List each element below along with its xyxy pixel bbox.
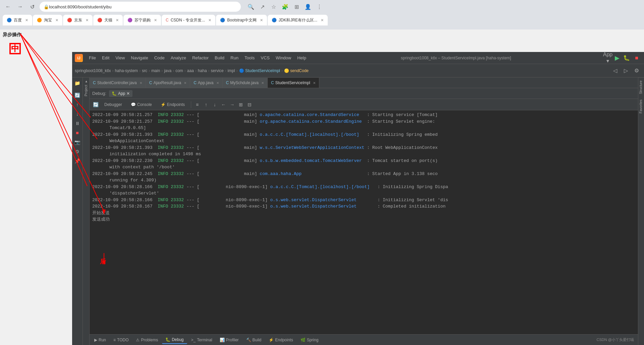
favorites-label[interactable]: Favorites [638,97,644,116]
menu-view[interactable]: View [113,54,127,62]
breadcrumb-module[interactable]: haha-system [115,68,138,73]
tab-ajax-result[interactable]: C AjaxResult.java ✕ [146,78,190,88]
menu-window[interactable]: Window [273,54,294,62]
menu-help[interactable]: Help [294,54,309,62]
breadcrumb-project[interactable]: springboot1008_ktlx [75,68,111,73]
menu-refactor[interactable]: Refactor [190,54,211,62]
breadcrumb-haha[interactable]: haha [198,68,207,73]
bottom-tab-run[interactable]: ▶ Run [91,336,109,344]
tab-bootstrap[interactable]: 🔵Bootstrap中文网✕ [216,15,267,25]
breadcrumb-com[interactable]: com [175,68,183,73]
back-button[interactable]: ← [3,2,13,11]
bottom-tab-problems[interactable]: ⚠ Problems [132,336,161,344]
run-green-button[interactable]: ▶ [613,54,621,62]
profile-button[interactable]: 👤 [303,2,313,11]
reload-button[interactable]: ↺ [28,2,37,11]
side-tool-down[interactable]: ↓ [73,110,82,118]
debug-bar: Debug: 🐛 App ✕ [90,88,638,99]
tab-jd[interactable]: 🔴京东✕ [63,15,93,25]
forward-navigation-btn[interactable]: ▷ [621,66,631,75]
breadcrumb-impl[interactable]: impl [228,68,235,73]
log-line-5: 2022-10-09 20:58:22.230 INFO 23332 --- [… [92,158,635,164]
tab-baidu[interactable]: 🔵百度✕ [3,15,32,25]
layout-button[interactable]: ⊞ [292,2,301,11]
forward-button[interactable]: → [15,2,25,11]
structure-label[interactable]: Structure [638,77,644,97]
tab-suning[interactable]: 🟣苏宁易购✕ [123,15,161,25]
menu-navigate[interactable]: Navigate [128,54,151,62]
restart-debug-btn[interactable]: 🔄 [92,101,100,109]
extension-button[interactable]: 🧩 [280,2,290,11]
bottom-tab-endpoints[interactable]: ⚡ Endpoints [265,336,296,344]
share-button[interactable]: ↗ [258,2,267,11]
search-button[interactable]: 🔍 [246,2,256,11]
debug-tool-grid[interactable]: ⊟ [246,101,254,109]
ide-content: C StudentController.java ✕ C AjaxResult.… [90,77,638,345]
menu-tools[interactable]: Tools [242,54,257,62]
tab-csdn[interactable]: CCSDN - 专业开发...✕ [162,15,215,25]
breadcrumb-aaa[interactable]: aaa [187,68,194,73]
menu-edit[interactable]: Edit [99,54,112,62]
breadcrumb: springboot1008_ktlx › haha-system › src … [75,68,609,73]
menu-build[interactable]: Build [212,54,227,62]
menu-analyze[interactable]: Analyze [168,54,189,62]
breadcrumb-java[interactable]: java [164,68,171,73]
tab-debugger[interactable]: Debugger [100,101,126,108]
bottom-tab-debug[interactable]: 🐛 Debug [162,336,187,344]
hou-char: 后 [100,257,106,266]
bookmark-button[interactable]: ☆ [269,2,278,11]
tab-student-controller[interactable]: C StudentController.java ✕ [90,78,146,88]
side-pin-btn[interactable]: 📌 [73,157,82,165]
menu-vcs[interactable]: VCS [258,54,272,62]
debug-tool-1[interactable]: ≡ [193,101,201,109]
address-bar[interactable]: 🔒 localhost:8090/boot/student/yibu [40,2,241,12]
tab-app[interactable]: C App.java ✕ [190,78,222,88]
breadcrumb-method[interactable]: 🟡 sendCode [284,68,309,73]
debug-label: Debug: [92,91,106,96]
bottom-tab-profiler[interactable]: 📊 Profiler [216,336,242,344]
bottom-tab-spring[interactable]: 🌿 Spring [297,336,322,344]
project-label[interactable]: Project ▾ [83,77,89,98]
tab-student-service-impl[interactable]: C StudentServiceImpl ✕ [268,78,319,88]
menu-button[interactable]: ⋮ [315,2,324,11]
debug-tool-right[interactable]: → [228,101,236,109]
ide-main: 📁 🔄 ↑ ↓ ⏸ ■ 📷 ⚙ 📌 Project ▾ C StudentCon… [72,77,644,345]
tab-endpoints[interactable]: ⚡ Endpoints [157,101,189,108]
debug-button[interactable]: 🐛 [622,53,631,63]
bottom-tab-todo[interactable]: ≡ TODO [110,336,132,344]
side-tool-up[interactable]: ↑ [73,100,82,109]
breadcrumb-main[interactable]: main [151,68,160,73]
debug-tool-down[interactable]: ↓ [211,101,219,109]
stop-button[interactable]: ■ [632,53,641,63]
zhong-char: 中 [9,43,21,54]
breadcrumb-service[interactable]: service [211,68,224,73]
side-settings-btn[interactable]: ⚙ [73,147,82,156]
bottom-tab-terminal[interactable]: >_ Terminal [188,336,216,344]
debug-tool-left[interactable]: ← [219,101,227,109]
log-line-send-success: 发送成功 [92,216,635,223]
browser-actions: 🔍 ↗ ☆ 🧩 ⊞ 👤 ⋮ [246,2,324,11]
debug-app-button[interactable]: 🐛 App ✕ [109,90,132,97]
debug-tool-table[interactable]: ⊞ [237,101,245,109]
tab-console[interactable]: 💬 Console [127,101,156,108]
back-navigation-btn[interactable]: ◁ [610,66,620,75]
side-pause-btn[interactable]: ⏸ [73,119,82,128]
tab-tianmao[interactable]: 🔴天猫✕ [93,15,123,25]
browser-titlebar: ← → ↺ 🔒 localhost:8090/boot/student/yibu… [0,0,644,13]
tab-myschdule[interactable]: C MySchdule.java ✕ [223,78,268,88]
tab-jdk[interactable]: 🔵JDK和JRE有什么区...✕ [268,15,328,25]
menu-file[interactable]: File [86,54,99,62]
menu-code[interactable]: Code [152,54,167,62]
bottom-tab-build[interactable]: 🔨 Build [243,336,265,344]
debug-tool-up[interactable]: ↑ [202,101,210,109]
side-stop-btn[interactable]: ■ [73,128,82,137]
project-panel-toggle[interactable]: 📁 [73,79,82,88]
side-camera-btn[interactable]: 📷 [73,138,82,147]
tab-taobao[interactable]: 🟠淘宝✕ [33,15,62,25]
breadcrumb-class[interactable]: 🔵 StudentServiceImpl [239,68,280,73]
menu-run[interactable]: Run [228,54,241,62]
side-tool-1[interactable]: 🔄 [73,91,82,100]
settings-btn[interactable]: ⚙ [632,66,641,75]
run-app-btn[interactable]: App ▾ [603,53,612,63]
breadcrumb-src[interactable]: src [142,68,147,73]
